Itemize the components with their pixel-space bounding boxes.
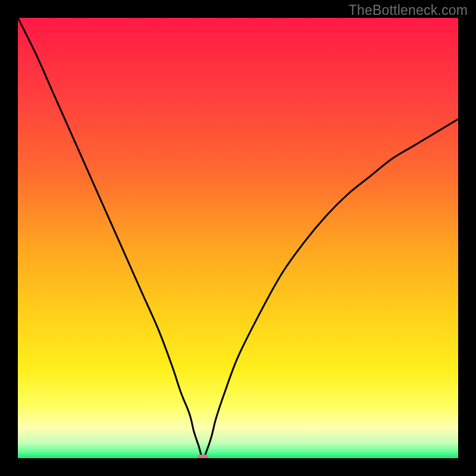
plot-area bbox=[18, 18, 458, 458]
optimal-marker bbox=[198, 455, 208, 458]
watermark-text: TheBottleneck.com bbox=[349, 2, 468, 18]
chart-frame: TheBottleneck.com bbox=[0, 0, 476, 476]
bottleneck-curve bbox=[18, 18, 458, 458]
